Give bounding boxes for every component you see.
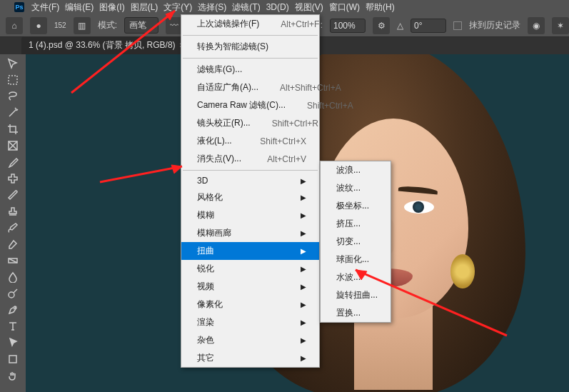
menu-select[interactable]: 选择(S): [195, 0, 229, 15]
menu-filter[interactable]: 滤镜(T): [229, 0, 263, 15]
menu-image[interactable]: 图像(I): [96, 0, 127, 15]
history-checkbox[interactable]: [453, 21, 462, 30]
gradient-tool-icon[interactable]: [1, 253, 24, 268]
menu-type[interactable]: 文字(Y): [161, 0, 195, 15]
submenu-displace[interactable]: 置换...: [321, 304, 391, 322]
eyedropper-tool-icon[interactable]: [1, 154, 24, 170]
home-icon[interactable]: ⌂: [6, 17, 23, 34]
type-tool-icon[interactable]: [1, 318, 24, 334]
menu-smart-filter[interactable]: 转换为智能滤镜(S): [181, 38, 319, 56]
hand-tool-icon[interactable]: [1, 368, 24, 383]
menu-blur[interactable]: 模糊▶: [181, 206, 319, 224]
eraser-tool-icon[interactable]: [1, 236, 24, 252]
mode-label: 模式:: [98, 19, 117, 31]
menubar: Ps 文件(F) 编辑(E) 图像(I) 图层(L) 文字(Y) 选择(S) 滤…: [0, 0, 569, 14]
tablet-pressure-icon[interactable]: ◉: [528, 17, 545, 34]
svg-rect-4: [9, 356, 16, 363]
smooth-input[interactable]: 100%: [330, 19, 366, 33]
menu-pixelate[interactable]: 像素化▶: [181, 296, 319, 313]
submenu-polar[interactable]: 极坐标...: [321, 197, 391, 215]
move-tool-icon[interactable]: [1, 56, 24, 71]
brush-preview-icon[interactable]: ●: [30, 17, 47, 34]
menu-lens-correction[interactable]: 镜头校正(R)...Shift+Ctrl+R: [181, 114, 319, 132]
history-brush-icon[interactable]: [1, 220, 24, 236]
menu-video[interactable]: 视频▶: [181, 278, 319, 296]
menu-separator: [183, 35, 318, 36]
brush-size-value[interactable]: 152: [54, 21, 66, 29]
smooth-gear-icon[interactable]: ⚙: [373, 17, 390, 34]
tab-title: 1 (4).psd @ 33.6% (背景 拷贝, RGB/8): [29, 39, 176, 51]
menu-noise[interactable]: 杂色▶: [181, 331, 319, 349]
angle-label: △: [397, 21, 403, 31]
history-label: 抹到历史记录: [469, 19, 520, 31]
healing-tool-icon[interactable]: [1, 171, 24, 186]
menu-distort[interactable]: 扭曲▶: [181, 242, 319, 260]
menu-separator: [183, 58, 318, 59]
symmetry-icon[interactable]: ✶: [552, 17, 569, 34]
menu-filter-gallery[interactable]: 滤镜库(G)...: [181, 61, 319, 79]
submenu-ripple[interactable]: 波纹...: [321, 179, 391, 197]
frame-tool-icon[interactable]: [1, 138, 24, 154]
menu-stylize[interactable]: 风格化▶: [181, 189, 319, 206]
menu-blur-gallery[interactable]: 模糊画廊▶: [181, 224, 319, 242]
menu-file[interactable]: 文件(F): [29, 0, 62, 15]
menu-view[interactable]: 视图(V): [292, 0, 326, 15]
menu-last-filter[interactable]: 上次滤镜操作(F)Alt+Ctrl+F: [181, 15, 319, 33]
dodge-tool-icon[interactable]: [1, 286, 24, 301]
submenu-spherize[interactable]: 球面化...: [321, 251, 391, 268]
ps-logo-icon: Ps: [14, 2, 24, 12]
wand-tool-icon[interactable]: [1, 105, 24, 121]
pen-tool-icon[interactable]: [1, 302, 24, 318]
tool-panel: [0, 54, 26, 392]
filter-dropdown: 上次滤镜操作(F)Alt+Ctrl+F 转换为智能滤镜(S) 滤镜库(G)...…: [181, 14, 320, 368]
menu-help[interactable]: 帮助(H): [363, 0, 398, 15]
menu-layer[interactable]: 图层(L): [128, 0, 161, 15]
menu-vanishing-point[interactable]: 消失点(V)...Alt+Ctrl+V: [181, 150, 319, 168]
menu-3d[interactable]: 3D(D): [263, 1, 292, 14]
menu-render[interactable]: 渲染▶: [181, 313, 319, 331]
submenu-shear[interactable]: 切变...: [321, 233, 391, 251]
mode-select[interactable]: 画笔: [124, 17, 158, 34]
svg-rect-0: [9, 76, 17, 84]
lasso-tool-icon[interactable]: [1, 89, 24, 104]
path-select-icon[interactable]: [1, 335, 24, 351]
shape-tool-icon[interactable]: [1, 351, 24, 367]
menu-3d[interactable]: 3D▶: [181, 173, 319, 189]
menu-window[interactable]: 窗口(W): [326, 0, 363, 15]
crop-tool-icon[interactable]: [1, 121, 24, 137]
document-tab-active[interactable]: 1 (4).psd @ 33.6% (背景 拷贝, RGB/8) ×: [21, 36, 191, 54]
marquee-tool-icon[interactable]: [1, 72, 24, 88]
svg-point-3: [9, 292, 14, 298]
submenu-pinch[interactable]: 挤压...: [321, 215, 391, 233]
blur-tool-icon[interactable]: [1, 269, 24, 285]
menu-edit[interactable]: 编辑(E): [62, 0, 96, 15]
brush-tool-icon[interactable]: [1, 187, 24, 203]
brush-panel-icon[interactable]: ▥: [74, 17, 91, 34]
menu-sharpen[interactable]: 锐化▶: [181, 260, 319, 278]
menu-camera-raw[interactable]: Camera Raw 滤镜(C)...Shift+Ctrl+A: [181, 96, 319, 114]
submenu-zigzag[interactable]: 水波...: [321, 268, 391, 286]
stamp-tool-icon[interactable]: [1, 203, 24, 219]
distort-submenu: 波浪... 波纹... 极坐标... 挤压... 切变... 球面化... 水波…: [320, 161, 391, 323]
angle-input[interactable]: 0°: [411, 19, 446, 33]
menu-liquify[interactable]: 液化(L)...Shift+Ctrl+X: [181, 132, 319, 150]
submenu-wave[interactable]: 波浪...: [321, 161, 391, 179]
menu-adaptive-wide[interactable]: 自适应广角(A)...Alt+Shift+Ctrl+A: [181, 79, 319, 96]
menu-other[interactable]: 其它▶: [181, 349, 319, 367]
submenu-twirl[interactable]: 旋转扭曲...: [321, 286, 391, 304]
menu-separator: [183, 170, 318, 171]
